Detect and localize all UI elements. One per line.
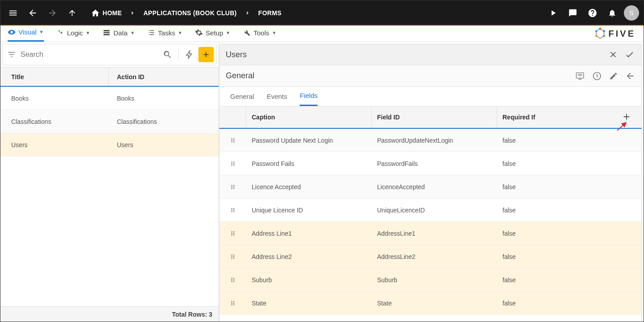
up-icon[interactable] [64,5,80,21]
detail-header: Users [219,44,642,65]
tab-setup-label: Setup [206,29,223,37]
list-item[interactable]: ClassificationsClassifications [0,110,219,133]
drag-handle-icon[interactable] [219,137,246,144]
tab-events[interactable]: Events [266,86,287,106]
cell-field-id: PasswordUpdateNextLogin [372,137,497,144]
cell-field-id: LicenceAccepted [372,183,497,191]
section-header: General [219,65,642,87]
cell-field-id: Suburb [372,276,497,284]
svg-point-43 [233,258,234,258]
drag-handle-icon[interactable] [219,184,246,190]
help-icon[interactable] [584,5,601,21]
table-row[interactable]: Password Update Next LoginPasswordUpdate… [219,129,641,152]
search-icon[interactable] [159,50,176,59]
svg-point-24 [232,188,232,189]
breadcrumb-home[interactable]: HOME [91,8,122,17]
drag-handle-icon[interactable] [219,300,246,306]
table-row[interactable]: Licence AcceptedLicenceAcceptedfalse [219,175,641,199]
search-bar [2,44,217,65]
bolt-icon[interactable] [180,50,198,59]
eye-icon [8,28,16,36]
tab-tools[interactable]: Tools▼ [243,25,276,42]
table-row[interactable]: Unique Licence IDUniqueLicenceIDfalse [219,199,641,222]
confirm-icon[interactable] [624,49,635,60]
tab-setup[interactable]: Setup▼ [195,25,230,42]
add-button[interactable] [198,47,214,62]
tab-tools-label: Tools [253,29,269,37]
list-item-action: Books [109,95,219,102]
list-item[interactable]: UsersUsers [0,133,219,157]
svg-point-8 [232,138,232,139]
fields-columns-header: Caption Field ID Required If [219,106,642,129]
back-arrow-icon[interactable] [625,71,635,81]
svg-point-1 [603,30,605,32]
svg-point-18 [232,165,232,165]
svg-point-3 [595,35,597,37]
add-field-button[interactable] [622,112,631,122]
svg-point-23 [233,186,234,187]
svg-point-13 [233,141,234,142]
cell-required-if: false [497,230,641,237]
tab-general[interactable]: General [230,86,254,106]
table-row[interactable]: SuburbSuburbfalse [219,268,641,292]
back-icon[interactable] [25,5,41,21]
list-item-title: Users [0,141,109,148]
notifications-icon[interactable] [604,5,620,21]
cell-required-if: false [497,276,641,284]
tab-visual[interactable]: Visual▼ [8,25,44,42]
preview-icon[interactable] [575,71,585,81]
svg-point-32 [232,231,232,232]
table-row[interactable]: Address Line2AddressLine2false [219,245,641,268]
list-item[interactable]: BooksBooks [0,87,219,110]
feedback-icon[interactable] [565,5,581,21]
cell-field-id: AddressLine1 [372,230,497,237]
svg-point-2 [603,35,605,37]
left-footer: Total Rows: 3 [0,306,219,322]
tab-data-label: Data [113,29,128,37]
history-icon[interactable] [592,71,602,81]
close-icon[interactable] [608,49,618,60]
tasks-icon [147,29,155,37]
svg-point-33 [233,231,234,232]
svg-point-38 [232,254,232,255]
table-row[interactable]: StateStatefalse [219,292,641,315]
svg-point-49 [233,281,234,282]
tab-tasks[interactable]: Tasks▼ [147,25,182,42]
menu-icon[interactable] [5,5,21,21]
search-input[interactable] [21,51,159,59]
table-row[interactable]: Password FailsPasswordFailsfalse [219,152,641,175]
run-icon[interactable] [545,5,561,21]
svg-point-0 [599,28,601,30]
table-row[interactable]: Address Line1AddressLine1false [219,222,641,245]
tab-fields[interactable]: Fields [300,86,318,106]
svg-point-46 [232,279,232,280]
drag-handle-icon[interactable] [219,207,246,213]
breadcrumb-applications[interactable]: APPLICATIONS (BOOK CLUB) [143,9,236,17]
cell-field-id: AddressLine2 [372,253,497,260]
svg-point-26 [232,208,232,209]
avatar[interactable]: S [624,5,639,21]
cell-required-if: false [497,253,641,260]
svg-point-39 [233,254,234,255]
drag-handle-icon[interactable] [219,230,246,237]
breadcrumb-forms[interactable]: FORMS [258,9,282,17]
svg-point-22 [232,186,232,187]
home-icon [91,8,100,17]
edit-icon[interactable] [609,72,618,80]
cell-required-if: false [497,160,641,167]
drag-handle-icon[interactable] [219,161,246,167]
drag-handle-icon[interactable] [219,277,246,283]
tab-logic[interactable]: Logic▼ [56,25,90,42]
drag-handle-icon[interactable] [219,254,246,260]
left-rows: BooksBooksClassificationsClassifications… [0,87,219,306]
svg-point-55 [233,304,234,305]
svg-point-37 [233,234,234,235]
svg-point-47 [233,279,234,280]
svg-point-53 [233,302,234,303]
svg-point-54 [232,304,232,305]
cell-field-id: PasswordFails [372,160,497,167]
svg-point-9 [233,138,234,139]
filter-icon[interactable] [3,50,21,59]
svg-point-40 [232,256,232,257]
tab-data[interactable]: Data▼ [103,25,135,42]
